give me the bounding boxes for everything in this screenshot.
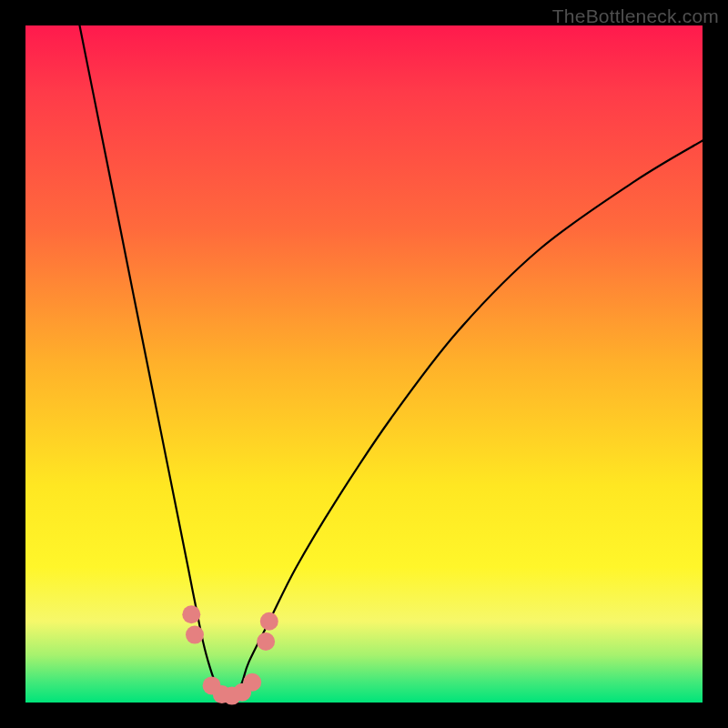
curve-svg [25, 25, 703, 703]
data-marker [182, 605, 200, 623]
data-marker [260, 612, 278, 631]
bottleneck-curve [80, 25, 703, 699]
plot-area [25, 25, 703, 703]
data-marker [243, 673, 261, 692]
marker-group [182, 605, 278, 704]
chart-frame: TheBottleneck.com [0, 0, 728, 728]
data-marker [257, 632, 275, 651]
watermark-text: TheBottleneck.com [552, 5, 719, 27]
data-marker [186, 626, 204, 644]
